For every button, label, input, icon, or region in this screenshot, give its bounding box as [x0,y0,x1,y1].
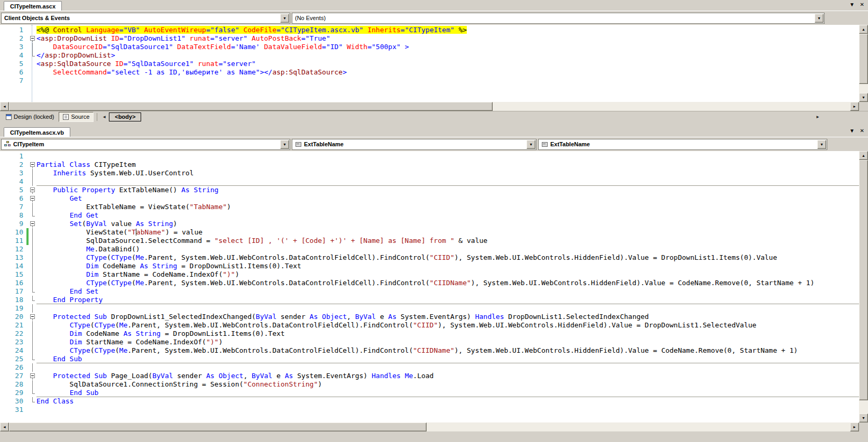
vertical-scrollbar[interactable]: ▲ ▼ [859,151,868,422]
code-line[interactable]: 31 [0,406,859,414]
code-line[interactable]: 16 CType(CType(Me.Parent, System.Web.UI.… [0,279,859,287]
fold-line [32,262,33,270]
horizontal-scrollbar[interactable]: ◄ ► [0,102,868,111]
code-line[interactable]: 5 Public Property ExtTableName() As Stri… [0,186,859,194]
fold-toggle-icon[interactable] [30,187,35,192]
scrollbar-thumb[interactable] [9,102,493,111]
scrollbar-thumb[interactable] [859,160,868,400]
scrollbar-track[interactable] [859,400,868,413]
code-line[interactable]: 15 Dim StartName = CodeName.IndexOf(")") [0,270,859,279]
members-dropdown[interactable]: ExtTableName ▼ [292,139,537,150]
code-line[interactable]: 30End Class [0,397,859,406]
pane-splitter[interactable] [0,122,868,126]
fold-toggle-icon[interactable] [30,221,35,226]
dropdown-arrow-icon[interactable]: ▼ [280,14,289,23]
class-icon [4,141,11,147]
code-line[interactable]: 25 End Sub [0,355,859,363]
code-line[interactable]: 17 End Set [0,287,859,296]
code-token: CodeName [98,262,140,270]
body-tag-button[interactable]: <body> [109,112,141,121]
code-text: Partial Class CITypeItem [36,161,859,169]
scroll-down-icon[interactable]: ▼ [859,93,868,102]
markup-code-editor[interactable]: 1<%@ Control Language="VB" AutoEventWire… [0,25,859,102]
code-line[interactable]: 24 CType(CType(Me.Parent, System.Web.UI.… [0,346,859,355]
document-list-dropdown-icon[interactable]: ▼ [849,2,855,7]
close-icon[interactable]: ✕ [860,128,864,134]
code-line[interactable]: 5<asp:SqlDataSource ID="SqlDataSource1" … [0,60,859,68]
code-token: Page_Load( [107,372,152,380]
fold-toggle-icon[interactable] [30,196,35,201]
code-line[interactable]: 7 [0,77,859,85]
code-line[interactable]: 6 Get [0,194,859,203]
dropdown-arrow-icon[interactable]: ▼ [280,140,289,149]
code-line[interactable]: 4 [0,177,859,186]
code-line[interactable]: 9 Set(ByVal value As String) [0,220,859,228]
scrollbar-track[interactable] [493,102,850,111]
tag-nav-right-icon[interactable]: ► [814,115,821,119]
document-list-dropdown-icon[interactable]: ▼ [849,128,855,134]
scrollbar-thumb[interactable] [9,422,427,431]
tab-citypeitem-ascx[interactable]: CITypeItem.ascx [4,1,62,11]
code-line[interactable]: 18 End Property [0,296,859,304]
fold-toggle-icon[interactable] [30,314,35,319]
code-line[interactable]: 12 Me.DataBind() [0,245,859,253]
vb-code-editor[interactable]: 12Partial Class CITypeItem3 Inherits Sys… [0,151,859,422]
code-line[interactable]: 1 [0,152,859,161]
scroll-left-icon[interactable]: ◄ [0,422,9,431]
code-line[interactable]: 21 CType(CType(Me.Parent, System.Web.UI.… [0,321,859,330]
code-line[interactable]: 22 Dim CodeName As String = DropDownList… [0,330,859,338]
code-line[interactable]: 23 Dim StartName = CodeName.IndexOf(")") [0,338,859,346]
code-token [36,346,70,354]
vertical-scrollbar[interactable]: ▲ ▼ [859,25,868,102]
dropdown-arrow-icon[interactable]: ▼ [815,14,824,23]
code-line[interactable]: 11 SqlDataSource1.SelectCommand = "selec… [0,237,859,245]
scroll-up-icon[interactable]: ▲ [859,25,868,34]
scrollbar-track[interactable] [859,84,868,93]
client-objects-dropdown[interactable]: Client Objects & Events ▼ [1,13,290,24]
dropdown-arrow-icon[interactable]: ▼ [817,140,826,149]
code-line[interactable]: 28 SqlDataSource1.ConnectionString = Ses… [0,380,859,389]
code-line[interactable]: 26 [0,363,859,372]
fold-toggle-icon[interactable] [30,36,35,41]
code-line[interactable]: 27 Protected Sub Page_Load(ByVal sender … [0,372,859,380]
events-members-dropdown[interactable]: ExtTableName ▼ [538,139,827,150]
code-token [36,313,53,321]
scroll-down-icon[interactable]: ▼ [859,413,868,422]
scroll-right-icon[interactable]: ► [850,102,859,111]
source-view-button[interactable]: Source [59,112,94,122]
code-line[interactable]: 20 Protected Sub DropDownList1_SelectedI… [0,313,859,321]
horizontal-scrollbar[interactable]: ◄ ► [0,422,868,431]
code-line[interactable]: 10 ViewState("TabName") = value [0,228,859,237]
design-view-button[interactable]: Design (locked) [2,112,58,122]
types-dropdown[interactable]: CITypeItem ▼ [1,139,290,150]
code-line[interactable]: 2Partial Class CITypeItem [0,161,859,169]
code-line[interactable]: 7 ExtTableName = ViewState("TabName") [0,203,859,211]
close-icon[interactable]: ✕ [860,2,864,7]
code-line[interactable]: 4</asp:DropDownList> [0,51,859,60]
scrollbar-thumb[interactable] [859,34,868,84]
line-number: 5 [0,186,26,194]
fold-toggle-icon[interactable] [30,373,35,378]
scrollbar-track[interactable] [427,422,850,431]
code-line[interactable]: 19 [0,304,859,313]
code-line[interactable]: 14 Dim CodeName As String = DropDownList… [0,262,859,270]
scroll-right-icon[interactable]: ► [850,422,859,431]
code-line[interactable]: 8 End Get [0,211,859,220]
code-line[interactable]: 6 SelectCommand="select -1 as ID,'выбери… [0,68,859,77]
dropdown-arrow-icon[interactable]: ▼ [527,140,535,149]
tab-citypeitem-ascx-vb[interactable]: CITypeItem.ascx.vb [4,127,70,137]
code-token: StartName = CodeName.IndexOf( [82,338,206,346]
code-line[interactable]: 2<asp:DropDownList ID="DropDownList1" ru… [0,34,859,43]
scroll-up-icon[interactable]: ▲ [859,151,868,160]
outlining-margin [29,363,36,372]
fold-toggle-icon[interactable] [30,162,35,167]
code-line[interactable]: 3 Inherits System.Web.UI.UserControl [0,169,859,177]
code-line[interactable]: 1<%@ Control Language="VB" AutoEventWire… [0,26,859,34]
tag-nav-left-icon[interactable]: ◄ [100,115,108,119]
dropdown-value: Client Objects & Events [4,15,280,21]
events-dropdown[interactable]: (No Events) ▼ [292,13,825,24]
code-line[interactable]: 29 End Sub [0,389,859,397]
code-line[interactable]: 3 DataSourceID="SqlDataSource1" DataText… [0,43,859,51]
scroll-left-icon[interactable]: ◄ [0,102,9,111]
code-line[interactable]: 13 CType(CType(Me.Parent, System.Web.UI.… [0,253,859,262]
